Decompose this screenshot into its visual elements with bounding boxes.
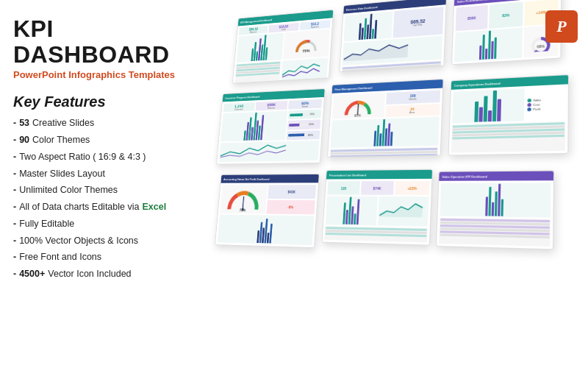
feature-text-8: 100% Vector Objects & Icons — [19, 234, 138, 248]
line-4 — [219, 141, 320, 162]
kpi-s3-1-num: $59K — [467, 15, 476, 21]
slide-4-title: Customer Progress Dashboard — [225, 95, 259, 100]
svg-line-7 — [243, 197, 243, 210]
slide-8-header: Presentation Live Dashboard — [326, 170, 432, 180]
feature-item-3: Two Aspect Ratio ( 16:9 & 4:3 ) — [13, 150, 193, 164]
feature-text-2: Color Themes — [32, 133, 90, 147]
slide-6-row-1: Sales Cost Profit — [452, 87, 566, 124]
svg-text:72%: 72% — [240, 208, 246, 212]
kpi-s7-1: $41K — [268, 185, 316, 199]
ppt-letter: P — [556, 17, 566, 36]
table-8 — [324, 226, 428, 242]
chart-7 — [218, 214, 315, 245]
slide-9-row-2 — [439, 218, 551, 247]
kpi-s4-3-label: Growth — [302, 105, 309, 107]
slide-3-row-2: 68% — [454, 25, 558, 62]
kpi-s8-2: $74K — [360, 181, 394, 195]
line-1 — [281, 58, 328, 82]
feature-item-5: Unlimited Color Themes — [13, 183, 193, 197]
features-list: 53 Creative Slides 90 Color Themes Two A… — [13, 116, 193, 281]
slide-6-body: Sales Cost Profit — [449, 84, 568, 155]
kpi-s8-3-num: +22% — [407, 185, 417, 190]
slide-7-row-2 — [218, 214, 315, 245]
feature-text-4: Master Slides Layout — [19, 167, 105, 181]
subtitle-bold: PowerPoint — [13, 69, 66, 80]
svg-text:75%: 75% — [302, 49, 310, 54]
chart-4 — [220, 110, 287, 141]
slide-5-row-1: 60% 156 Vehicles 24 Alerts — [332, 91, 440, 119]
slide-8-row-2 — [326, 196, 429, 226]
powerpoint-icon: P — [545, 10, 578, 43]
kpi-s5-2: 24 Alerts — [385, 103, 440, 117]
slide-8-row-3 — [324, 226, 428, 242]
slide-9-row-1 — [440, 183, 551, 217]
kpi-s8-2-num: $74K — [373, 185, 381, 190]
gauge-s7: 72% — [220, 185, 268, 213]
feature-text-3: Two Aspect Ratio ( 16:9 & 4:3 ) — [19, 150, 146, 164]
feature-text-9: Free Font and Icons — [19, 250, 101, 264]
feature-item-6: All of Data charts Editable via Excel — [13, 200, 193, 214]
kpi-s3-2: 82% — [489, 2, 523, 29]
slide-6-title: Company Operations Dashboard — [454, 81, 501, 87]
svg-text:68%: 68% — [537, 44, 545, 49]
kpi-s4-1-label: Customers — [234, 107, 243, 110]
kpi-s7-2-num: -8% — [287, 205, 293, 209]
kpi-s5-2-label: Alerts — [409, 111, 415, 114]
table-9 — [439, 218, 551, 247]
kpi-s5-1: 156 Vehicles — [386, 91, 440, 105]
slide-3-body: $59K 82% +14% — [452, 0, 561, 64]
slide-8: Presentation Live Dashboard 128 $74K +22… — [321, 169, 433, 246]
slide-5-row-3 — [329, 147, 438, 158]
slide-7-body: 72% $41K -8% — [215, 183, 318, 247]
feature-text-5: Unlimited Color Themes — [19, 183, 118, 197]
slide-9-header: Sales Operation KPI Dashboard — [439, 171, 553, 181]
kpi-s7-1-num: $41K — [287, 190, 295, 194]
kpi-s3-2-num: 82% — [502, 13, 509, 18]
gauge-s5-1: 60% — [332, 93, 385, 119]
slide-5-body: 60% 156 Vehicles 24 Alerts — [328, 88, 442, 158]
svg-marker-10 — [379, 204, 423, 218]
kpi-s8-1-num: 128 — [340, 186, 346, 191]
chart-3 — [454, 27, 523, 62]
kpi-s7-2: -8% — [267, 200, 315, 214]
svg-text:60%: 60% — [354, 113, 361, 118]
feature-bold-2: 90 — [19, 133, 29, 147]
excel-label: Excel — [142, 200, 166, 214]
slide-7: Accounting Status Net Profit Dashboard — [215, 174, 320, 248]
feature-item-8: 100% Vector Objects & Icons — [13, 234, 193, 248]
slide-9-body — [437, 180, 553, 249]
kpi-s4-3: 92% Growth — [288, 99, 322, 110]
kpi-1-label: Revenue — [250, 31, 257, 34]
slide-1: KPI Management Dashboard $89,52 Revenue … — [232, 10, 334, 84]
chart-2 — [344, 11, 393, 41]
features-title: Key Features — [13, 93, 193, 110]
gauge-1: 75% — [283, 29, 330, 59]
slide-2-body: $69,52 Net Profit — [340, 4, 445, 71]
slide-7-header: Accounting Status Net Profit Dashboard — [221, 174, 319, 183]
slides-container: KPI Management Dashboard $89,52 Revenue … — [206, 0, 588, 368]
chart-9 — [440, 183, 551, 217]
slide-5-row-2 — [330, 117, 439, 148]
page-title: KPI DASHBOARD — [13, 16, 193, 68]
slide-8-body: 128 $74K +22% — [322, 179, 431, 245]
slide-8-title: Presentation Live Dashboard — [329, 173, 367, 177]
kpi-3-label: Expenses — [311, 26, 319, 29]
table-6 — [451, 121, 566, 152]
kpi-s8-1: 128 — [327, 181, 359, 194]
kpi-s3-1: $59K — [456, 5, 489, 32]
feature-text-7: Fully Editable — [19, 217, 74, 231]
table-5 — [329, 147, 438, 158]
subtitle-rest: Infographics Templates — [66, 69, 176, 80]
slide-2: Revenue Data Dashboard — [339, 0, 447, 72]
slide-4: Customer Progress Dashboard 1,240 Custom… — [216, 88, 325, 165]
page-subtitle: PowerPoint Infographics Templates — [13, 69, 193, 80]
slide-7-row-1: 72% $41K -8% — [220, 185, 316, 214]
kpi-s4-1: 1,240 Customers — [223, 102, 255, 112]
feature-item-9: Free Font and Icons — [13, 250, 193, 264]
kpi-s8-3: +22% — [395, 181, 429, 195]
slide-6-row-2 — [451, 121, 566, 152]
right-panel: KPI Management Dashboard $89,52 Revenue … — [206, 0, 588, 368]
feature-item-1: 53 Creative Slides — [13, 116, 193, 130]
left-panel: KPI DASHBOARD PowerPoint Infographics Te… — [0, 0, 206, 368]
main-container: KPI DASHBOARD PowerPoint Infographics Te… — [0, 0, 588, 368]
